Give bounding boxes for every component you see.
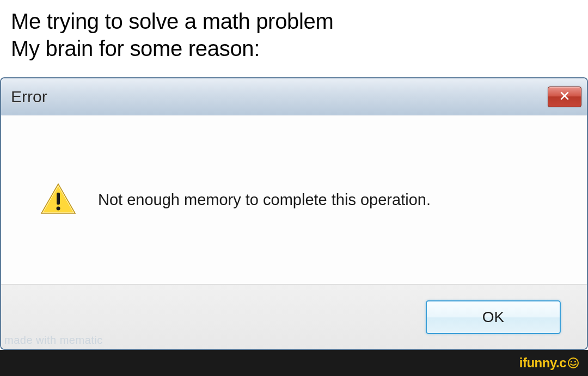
- mematic-watermark: made with mematic: [4, 334, 103, 347]
- svg-rect-0: [57, 193, 60, 205]
- error-dialog: Error Not enough memory to complete this…: [0, 77, 588, 350]
- warning-icon: [39, 181, 77, 219]
- svg-point-1: [57, 207, 60, 211]
- dialog-title: Error: [11, 88, 47, 106]
- meme-caption: Me trying to solve a math problem My bra…: [0, 0, 588, 72]
- ifunny-watermark: ifunny.c: [519, 355, 579, 371]
- dialog-body: Not enough memory to complete this opera…: [1, 115, 587, 284]
- close-button[interactable]: [548, 87, 581, 107]
- svg-point-4: [574, 361, 576, 362]
- dialog-button-row: OK made with mematic: [1, 284, 587, 350]
- close-icon: [560, 91, 569, 103]
- svg-point-3: [571, 361, 572, 362]
- error-message: Not enough memory to complete this opera…: [98, 191, 431, 209]
- svg-point-2: [568, 358, 578, 368]
- caption-line-2: My brain for some reason:: [11, 35, 577, 62]
- caption-line-1: Me trying to solve a math problem: [11, 8, 577, 35]
- ifunny-bar: ifunny.c: [0, 350, 588, 376]
- ok-button[interactable]: OK: [426, 300, 561, 334]
- dialog-titlebar[interactable]: Error: [1, 78, 587, 115]
